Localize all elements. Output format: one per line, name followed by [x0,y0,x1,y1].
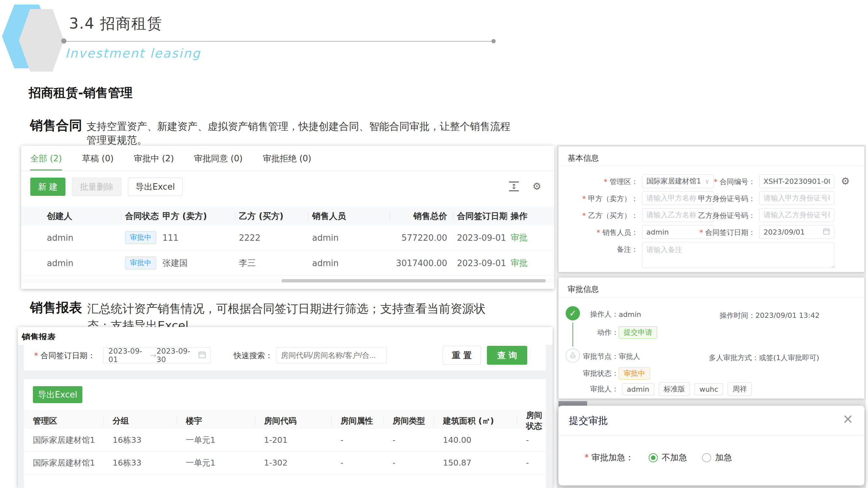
section-heading: 招商租赁-销售管理 [29,85,133,101]
tab-all[interactable]: 全部 (2) [30,153,62,171]
col-sign-date: 合同签订日期 [456,210,509,222]
status-badge: 审批中 [125,231,156,244]
operate-time: 操作时间：2023/09/01 13:42 [720,311,819,321]
approver-tag: 标准版 [659,382,690,396]
operate-time-label: 操作时间： [720,311,755,320]
cell-building: 一单元1 [177,457,255,468]
approve-link[interactable]: 审批 [509,257,554,269]
urgent-option-row: 审批加急： 不加急 加急 [585,452,732,463]
contract-row-2[interactable]: admin 审批中 张建国 李三 admin 3017400.00 2023-0… [21,251,554,276]
cell-room-code: 1-302 [255,458,331,467]
slide-title: 3.4 招商租赁 [69,14,163,34]
party-b-id-input[interactable] [759,208,834,222]
col-party-b: 乙方 (买方) [238,210,311,222]
row-height-icon[interactable]: ↕ [509,182,519,191]
report-table-card: 导出Excel 管理区 分组 楼宇 房间代码 房间属性 房间类型 建筑面积 (㎡… [24,379,546,488]
col-creator: 创建人 [45,210,124,222]
col-sales-person: 销售人员 [311,210,392,222]
contract-no-input[interactable]: XSHT-20230901-00000002 [759,174,834,188]
header-divider-line [64,41,493,42]
form-row-5: 备注： [558,242,864,269]
approval-info-title: 审批信息 [567,284,599,294]
divider-dot-left [61,38,66,43]
col-action: 操作 [509,210,554,222]
operator-row: 操作人： admin [558,310,641,319]
report-row-2[interactable]: 国际家居建材馆1 16栋33 一单元1 1-302 - - 150.87 - [24,452,546,474]
quick-search-input[interactable] [276,347,386,363]
col-group: 分组 [103,416,177,426]
form-row-2: 甲方（卖方）： 甲方身份证号码： [558,191,864,205]
operator-label: 操作人： [558,310,619,319]
contract-no-label: 合同编号： [682,177,755,187]
export-excel-button[interactable]: 导出Excel [128,177,183,196]
sign-date-label: 合同签订日期： [682,228,755,237]
approvers-row: 审批人： admin 标准版 wuhc 周祥 [558,382,756,396]
approvers-label: 审批人： [558,384,619,394]
operator-value: admin [619,311,641,319]
tabs-divider [21,170,554,171]
report-export-excel-button[interactable]: 导出Excel [33,386,82,403]
report-row-1[interactable]: 国际家居建材馆1 16栋33 一单元1 1-201 - - 140.00 - [24,429,546,452]
column-settings-gear-icon[interactable]: ⚙ [532,182,541,191]
date-start: 2023-09-01 [108,347,150,364]
col-total-price: 销售总价 [392,210,456,222]
report-table-header: 管理区 分组 楼宇 房间代码 房间属性 房间类型 建筑面积 (㎡) 房间状态 [24,410,546,429]
cell-party-a: 111 [161,233,238,243]
calendar-icon [198,351,206,360]
divider-dot-right [491,39,496,43]
approver-tag: admin [622,383,654,395]
date-range-picker[interactable]: 2023-09-01 → 2023-09-30 [103,347,211,363]
radio-circle-icon [702,453,711,462]
cell-building: 一单元1 [177,435,255,445]
in-approval-badge: 审批中 [619,367,650,380]
slide-canvas: 3.4 招商租赁 Investment leasing 招商租赁-销售管理 销售… [0,0,868,488]
party-a-id-input[interactable] [759,191,834,205]
approval-status-row: 审批状态： 审批中 [558,367,650,380]
contract-row-1[interactable]: admin 审批中 111 2222 admin 577220.00 2023-… [21,225,554,251]
cell-group: 16栋33 [103,435,177,445]
submit-approval-dialog: 提交审批 × 审批加急： 不加急 加急 [558,406,864,485]
tab-in-approval[interactable]: 审批中 (2) [134,153,174,171]
create-button[interactable]: 新 建 [30,177,65,196]
cell-party-b: 李三 [238,257,311,269]
action-label: 动作： [558,328,619,337]
approver-tag: 周祥 [728,382,752,396]
contract-no-settings-gear-icon[interactable]: ⚙ [841,176,850,186]
col-room-type: 房间类型 [383,416,434,426]
operate-time-value: 2023/09/01 13:42 [755,311,819,320]
cell-party-a: 张建国 [161,257,238,269]
cell-creator: admin [45,233,124,243]
query-button[interactable]: 查 询 [487,346,527,365]
batch-delete-button[interactable]: 批量删除 [72,177,121,196]
contract-list-panel: 全部 (2) 草稿 (0) 审批中 (2) 审批同意 (0) 审批拒绝 (0) … [21,146,554,289]
tab-approved[interactable]: 审批同意 (0) [194,153,243,171]
basic-info-title: 基本信息 [567,153,599,163]
date-end: 2023-09-30 [157,347,198,364]
col-room-attribute: 房间属性 [331,416,383,426]
cell-sales-person: admin [311,258,392,268]
radio-circle-icon [649,453,658,462]
col-building: 楼宇 [177,416,255,426]
sign-date-filter-label: 合同签订日期： [34,350,95,361]
action-row: 动作： 提交申请 [558,326,657,339]
report-filter-card: 合同签订日期： 2023-09-01 → 2023-09-30 快速搜索： 重 … [24,340,546,370]
tab-draft[interactable]: 草稿 (0) [82,153,114,171]
remark-textarea[interactable] [642,242,834,268]
sign-date-picker[interactable]: 2023/09/01 [759,225,834,239]
form-row-1: 管理区： 国际家居建材馆1 ∨ 合同编号： XSHT-20230901-0000… [558,174,864,188]
approve-link[interactable]: 审批 [509,232,554,243]
scrollbar-thumb[interactable] [281,279,546,282]
feature-sales-contract: 销售合同 支持空置资产、新建资产、虚拟资产销售管理，快捷创建合同、智能合同审批，… [30,117,516,147]
close-icon[interactable]: × [842,412,854,425]
radio-not-urgent[interactable]: 不加急 [649,452,687,463]
radio-urgent[interactable]: 加急 [702,452,732,463]
party-b-label: 乙方（买方）： [558,211,638,221]
cell-group: 16栋33 [103,457,177,468]
basic-info-panel: 基本信息 管理区： 国际家居建材馆1 ∨ 合同编号： XSHT-20230901… [558,147,864,272]
cell-total-price: 577220.00 [392,233,456,243]
reset-button[interactable]: 重 置 [443,346,481,365]
cell-room-status: - [517,458,546,467]
cell-building-area: 150.87 [434,458,517,467]
tab-rejected[interactable]: 审批拒绝 (0) [262,153,311,171]
cell-management-area: 国际家居建材馆1 [24,435,103,445]
